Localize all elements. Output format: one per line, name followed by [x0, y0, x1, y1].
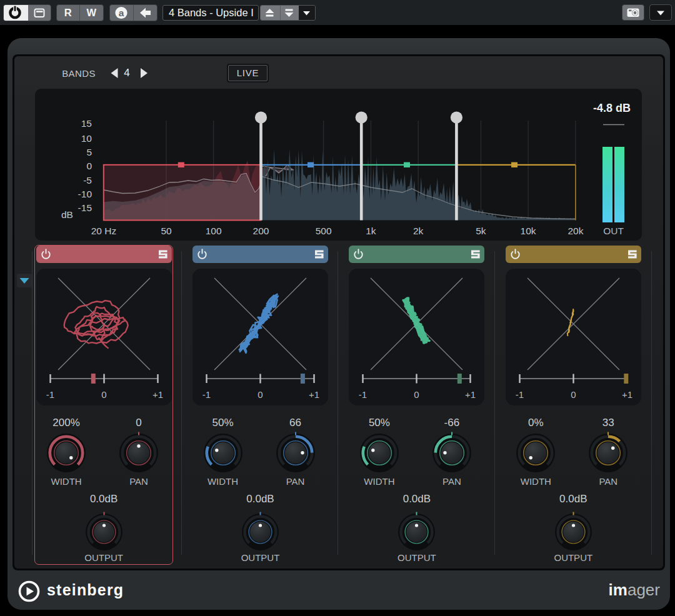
svg-text:0: 0 [258, 389, 262, 400]
svg-text:-1: -1 [359, 389, 367, 400]
svg-text:0: 0 [101, 389, 106, 400]
svg-text:-4.8 dB: -4.8 dB [593, 102, 631, 114]
svg-text:0: 0 [571, 389, 576, 400]
svg-text:-1: -1 [46, 389, 54, 400]
svg-text:-1: -1 [516, 389, 524, 400]
svg-text:-10: -10 [78, 189, 92, 199]
svg-text:10k: 10k [521, 226, 536, 236]
svg-text:100: 100 [206, 226, 222, 236]
svg-text:200: 200 [253, 226, 269, 236]
svg-text:5k: 5k [476, 226, 486, 236]
svg-text:+1: +1 [309, 389, 319, 400]
svg-text:5: 5 [86, 147, 92, 157]
svg-text:-5: -5 [83, 175, 92, 186]
svg-text:20k: 20k [568, 226, 583, 236]
svg-text:500: 500 [316, 226, 332, 236]
svg-text:-1: -1 [202, 389, 211, 400]
svg-text:+1: +1 [622, 389, 632, 400]
svg-text:dB: dB [61, 209, 73, 220]
svg-text:0: 0 [414, 389, 419, 400]
svg-text:50: 50 [161, 226, 172, 236]
svg-text:0: 0 [86, 161, 92, 171]
svg-text:1k: 1k [366, 226, 376, 236]
svg-text:20 Hz: 20 Hz [91, 226, 117, 236]
svg-text:+1: +1 [465, 389, 476, 400]
svg-text:10: 10 [81, 133, 92, 144]
svg-text:15: 15 [81, 118, 92, 129]
svg-text:+1: +1 [152, 389, 163, 400]
svg-text:OUT: OUT [603, 226, 624, 236]
svg-text:a: a [119, 7, 124, 17]
svg-text:2k: 2k [413, 226, 424, 236]
svg-text:-15: -15 [78, 202, 92, 213]
